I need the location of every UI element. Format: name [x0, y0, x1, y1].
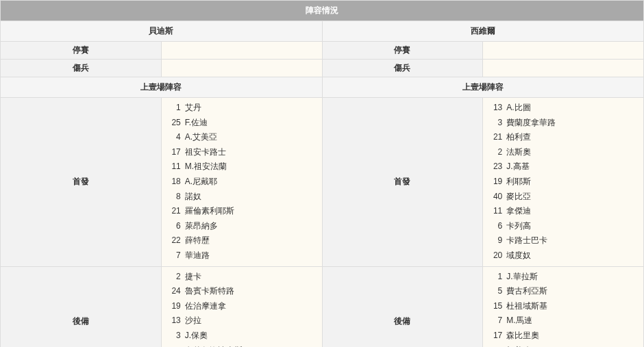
- player-row: 4A.艾美亞: [167, 130, 317, 145]
- player-name: J.華拉斯: [506, 272, 537, 281]
- player-row: 1J.華拉斯: [488, 270, 638, 285]
- home-subs-label: 後備: [1, 266, 162, 347]
- player-name: J.高基: [506, 162, 529, 171]
- home-starters-list: 1艾丹25F.佐迪4A.艾美亞17祖安卡路士11M.祖安法蘭18A.尼戴耶8諾奴…: [167, 101, 317, 264]
- player-row: 19佐治摩連拿: [167, 299, 317, 314]
- player-name: 柏利查: [506, 132, 531, 142]
- player-name: 麥比亞: [506, 192, 531, 201]
- player-row: 11M.祖安法蘭: [167, 159, 317, 175]
- player-row: 23J.高基: [488, 159, 638, 175]
- player-row: 8諾奴: [167, 190, 317, 205]
- player-name: 卡列高: [506, 221, 531, 231]
- player-name: 法斯奧: [506, 147, 531, 157]
- player-name: 羅倫素利耶斯: [185, 206, 234, 216]
- player-number: 25: [167, 116, 181, 131]
- player-number: 22: [167, 233, 181, 248]
- home-last-lineup-header: 上壹場陣容: [1, 77, 323, 98]
- player-number: 17: [167, 145, 181, 160]
- player-name: 沙拉: [185, 316, 201, 325]
- player-number: 13: [488, 101, 502, 116]
- home-suspended-value: [161, 42, 322, 60]
- player-number: 17: [488, 329, 502, 344]
- player-name: A.艾美亞: [185, 132, 217, 142]
- player-number: 13: [167, 313, 181, 329]
- player-row: 16白賴仁洛迪古斯: [167, 344, 317, 348]
- player-row: 2法斯奧: [488, 145, 638, 160]
- player-number: 7: [167, 248, 181, 264]
- player-number: 21: [167, 204, 181, 219]
- player-row: 15杜祖域斯基: [488, 299, 638, 314]
- player-number: 18: [167, 175, 181, 190]
- player-number: 23: [488, 159, 502, 175]
- player-row: 25F.佐迪: [167, 116, 317, 131]
- home-suspended-label: 停賽: [1, 42, 162, 60]
- player-name: A.尼戴耶: [185, 177, 217, 186]
- player-name: M.馬連: [506, 316, 532, 325]
- player-row: 3費蘭度拿華路: [488, 116, 638, 131]
- player-row: 1艾丹: [167, 101, 317, 116]
- away-suspended-label: 停賽: [322, 42, 483, 60]
- player-number: 16: [167, 344, 181, 348]
- away-starters-list: 13A.比圖3費蘭度拿華路21柏利查2法斯奧23J.高基19利耶斯40麥比亞11…: [488, 101, 638, 264]
- player-row: 2捷卡: [167, 270, 317, 285]
- player-name: 萊昂納多: [185, 221, 218, 231]
- away-injured-value: [483, 60, 644, 77]
- player-row: 11拿傑迪: [488, 204, 638, 219]
- player-name: M.祖安法蘭: [185, 162, 227, 171]
- player-name: 費蘭度拿華路: [506, 118, 556, 127]
- home-injured-value: [161, 60, 322, 77]
- player-number: 20: [488, 248, 502, 264]
- player-row: 13沙拉: [167, 313, 317, 329]
- away-injured-label: 傷兵: [322, 60, 483, 77]
- player-number: 40: [488, 190, 502, 205]
- away-suspended-value: [483, 42, 644, 60]
- player-row: 7M.馬連: [488, 313, 638, 329]
- player-row: 6卡列高: [488, 219, 638, 234]
- player-name: 捷卡: [185, 272, 201, 281]
- player-name: A.比圖: [506, 103, 530, 112]
- player-number: 1: [488, 270, 502, 285]
- home-starters-label: 首發: [1, 98, 162, 267]
- player-name: 魯賓卡斯特路: [185, 286, 234, 296]
- player-name: 佐治摩連拿: [185, 301, 226, 311]
- player-number: 19: [488, 175, 502, 190]
- player-row: 6萊昂納多: [167, 219, 317, 234]
- table-title: 陣容情況: [1, 1, 644, 21]
- away-team-name: 西維爾: [322, 21, 644, 42]
- player-name: 薛特歷: [185, 235, 210, 245]
- player-row: 19利耶斯: [488, 175, 638, 190]
- player-number: 3: [488, 116, 502, 131]
- player-row: 17祖安卡路士: [167, 145, 317, 160]
- player-row: 40麥比亞: [488, 190, 638, 205]
- player-name: 諾奴: [185, 192, 201, 201]
- player-number: 6: [167, 219, 181, 234]
- player-name: 拿傑迪: [506, 206, 531, 216]
- player-name: 艾丹: [185, 103, 201, 112]
- player-row: 7華迪路: [167, 248, 317, 264]
- player-row: 13A.比圖: [488, 101, 638, 116]
- home-team-name: 貝迪斯: [1, 21, 323, 42]
- player-row: 18加美路: [488, 344, 638, 348]
- player-name: F.佐迪: [185, 118, 208, 127]
- away-subs-label: 後備: [322, 266, 483, 347]
- away-starters-label: 首發: [322, 98, 483, 267]
- player-number: 8: [167, 190, 181, 205]
- player-number: 6: [488, 219, 502, 234]
- away-last-lineup-header: 上壹場陣容: [322, 77, 644, 98]
- player-number: 21: [488, 130, 502, 145]
- player-number: 3: [167, 329, 181, 344]
- player-row: 20域度奴: [488, 248, 638, 264]
- player-number: 11: [488, 204, 502, 219]
- player-number: 19: [167, 299, 181, 314]
- player-name: 杜祖域斯基: [506, 301, 547, 311]
- player-number: 4: [167, 130, 181, 145]
- home-subs-list: 2捷卡24魯賓卡斯特路19佐治摩連拿13沙拉3J.保奧16白賴仁洛迪古斯46费尔…: [167, 270, 317, 347]
- player-name: 域度奴: [506, 250, 531, 260]
- player-row: 9卡路士巴卡: [488, 233, 638, 248]
- player-number: 2: [488, 145, 502, 160]
- player-row: 24魯賓卡斯特路: [167, 284, 317, 299]
- player-number: 9: [488, 233, 502, 248]
- player-row: 21柏利查: [488, 130, 638, 145]
- player-number: 11: [167, 159, 181, 175]
- player-row: 5費古利亞斯: [488, 284, 638, 299]
